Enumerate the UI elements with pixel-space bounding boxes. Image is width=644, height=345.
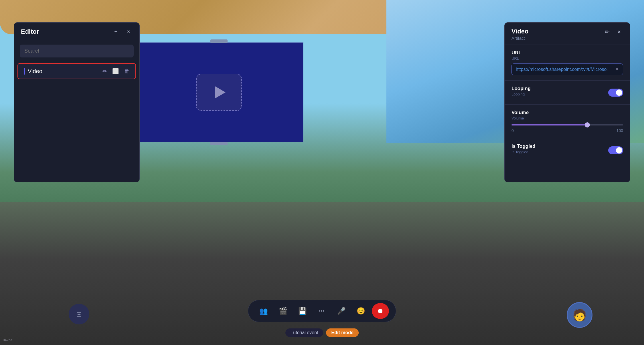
grid-button[interactable]: ⊞ [69, 304, 89, 324]
editor-header: Editor + × [14, 23, 139, 40]
editor-close-button[interactable]: × [125, 28, 133, 36]
volume-sublabel: Volume [511, 116, 623, 120]
corner-id: 042be [3, 338, 12, 342]
video-screen [135, 42, 303, 142]
artifact-close-button[interactable]: × [615, 28, 623, 36]
grid-icon: ⊞ [76, 310, 82, 318]
is-toggled-sublabel: Is Toggled [511, 150, 536, 154]
bottom-toolbar: 👥 🎬 💾 ••• 🎤 😊 ⏺ [248, 300, 396, 322]
search-input[interactable] [20, 45, 134, 57]
looping-labels: Looping Looping [511, 86, 531, 99]
volume-labels: 0 100 [511, 128, 623, 133]
screen-top-handle [210, 39, 228, 43]
item-delete-icon[interactable]: 🗑 [124, 68, 130, 74]
url-input[interactable] [516, 67, 613, 72]
volume-section: Volume Volume 0 100 [505, 105, 630, 138]
mic-icon: 🎤 [337, 307, 346, 315]
film-button[interactable]: 🎬 [274, 303, 292, 319]
screen-bottom-handle [210, 142, 228, 145]
volume-max: 100 [617, 128, 623, 133]
record-icon: ⏺ [377, 307, 384, 315]
editor-panel: Editor + × Video ✏ ⬜ 🗑 [14, 22, 140, 182]
looping-row: Looping Looping [511, 86, 623, 99]
artifact-panel: Video Artifact ✏ × URL URL ✕ Looping Loo… [504, 22, 630, 182]
mic-button[interactable]: 🎤 [333, 303, 350, 319]
play-icon [215, 86, 226, 99]
looping-toggle[interactable] [608, 89, 623, 97]
looping-label: Looping [511, 86, 531, 91]
record-button[interactable]: ⏺ [372, 303, 389, 319]
volume-label: Volume [511, 110, 623, 115]
artifact-edit-button[interactable]: ✏ [603, 28, 611, 36]
save-icon: 💾 [298, 307, 307, 315]
video-item-left: Video [24, 68, 42, 75]
is-toggled-section: Is Toggled Is Toggled [505, 138, 630, 162]
url-clear-button[interactable]: ✕ [615, 67, 619, 72]
video-item-icons: ✏ ⬜ 🗑 [102, 68, 130, 75]
video-item-label: Video [28, 68, 42, 75]
emoji-button[interactable]: 😊 [352, 303, 370, 319]
item-copy-icon[interactable]: ⬜ [112, 68, 119, 75]
editor-header-icons: + × [112, 28, 133, 36]
video-list-item[interactable]: Video ✏ ⬜ 🗑 [17, 63, 136, 79]
people-button[interactable]: 👥 [255, 303, 272, 319]
item-indicator [24, 68, 25, 75]
event-label: Tutorial event [285, 328, 323, 337]
artifact-subtitle: Artifact [511, 36, 529, 41]
url-label: URL [511, 50, 623, 56]
emoji-icon: 😊 [357, 307, 365, 315]
is-toggled-labels: Is Toggled Is Toggled [511, 143, 536, 157]
is-toggled-row: Is Toggled Is Toggled [511, 143, 623, 157]
volume-slider-thumb[interactable] [585, 122, 590, 127]
artifact-title: Video [511, 28, 529, 35]
editor-add-button[interactable]: + [112, 28, 120, 36]
edit-mode-badge[interactable]: Edit mode [326, 328, 359, 337]
video-play-area [196, 74, 242, 111]
avatar-icon: 🧑 [572, 308, 587, 322]
artifact-title-block: Video Artifact [511, 28, 529, 41]
item-edit-icon[interactable]: ✏ [102, 68, 107, 75]
more-icon: ••• [319, 309, 325, 313]
url-input-row: ✕ [511, 63, 623, 75]
status-bar: Tutorial event Edit mode [285, 328, 359, 337]
volume-slider-track[interactable] [511, 124, 623, 125]
is-toggled-label: Is Toggled [511, 143, 536, 149]
artifact-header-icons: ✏ × [603, 28, 623, 36]
url-section: URL URL ✕ [505, 45, 630, 81]
save-button[interactable]: 💾 [294, 303, 311, 319]
looping-sublabel: Looping [511, 92, 531, 96]
user-avatar[interactable]: 🧑 [567, 302, 592, 328]
artifact-header: Video Artifact ✏ × [505, 23, 630, 45]
bg-floor [0, 202, 644, 345]
film-icon: 🎬 [279, 307, 287, 315]
editor-title: Editor [21, 28, 39, 35]
volume-slider-fill [511, 124, 587, 125]
people-icon: 👥 [259, 307, 268, 315]
more-button[interactable]: ••• [313, 303, 331, 319]
is-toggled-toggle[interactable] [608, 146, 623, 154]
volume-min: 0 [511, 128, 514, 133]
url-sublabel: URL [511, 56, 623, 61]
looping-section: Looping Looping [505, 81, 630, 105]
